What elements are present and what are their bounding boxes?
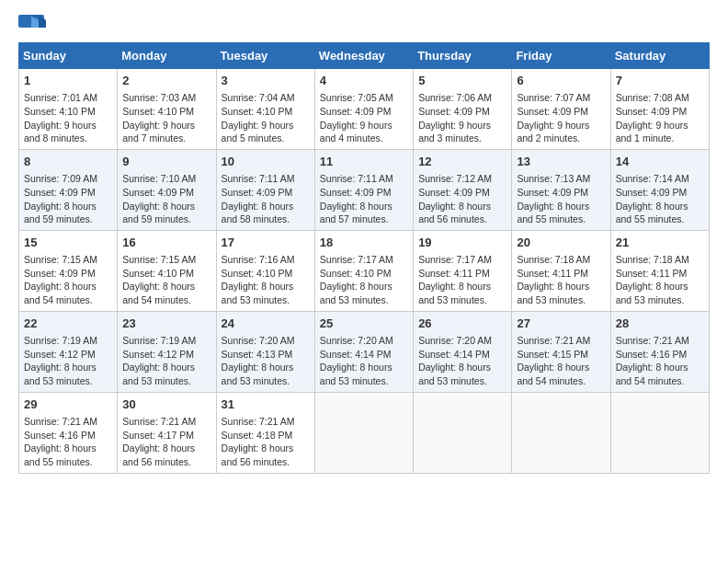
sunset-text: Sunset: 4:09 PM (418, 187, 490, 198)
daylight-text: Daylight: 8 hours and 53 minutes. (418, 281, 491, 305)
sunset-text: Sunset: 4:09 PM (24, 187, 96, 198)
daylight-text: Daylight: 8 hours and 56 minutes. (418, 201, 491, 225)
calendar-cell: 16Sunrise: 7:15 AMSunset: 4:10 PMDayligh… (118, 230, 216, 311)
calendar-cell (314, 392, 413, 473)
day-number: 10 (222, 154, 310, 170)
day-number: 7 (616, 73, 704, 89)
daylight-text: Daylight: 9 hours and 8 minutes. (24, 120, 97, 144)
sunset-text: Sunset: 4:09 PM (517, 187, 588, 198)
sunrise-text: Sunrise: 7:19 AM (122, 335, 196, 346)
sunrise-text: Sunrise: 7:04 AM (222, 92, 295, 103)
sunrise-text: Sunrise: 7:20 AM (418, 335, 492, 346)
daylight-text: Daylight: 8 hours and 55 minutes. (517, 201, 589, 225)
daylight-text: Daylight: 8 hours and 53 minutes. (418, 362, 491, 386)
sunset-text: Sunset: 4:09 PM (24, 268, 96, 279)
col-header-thursday: Thursday (414, 43, 512, 69)
sunset-text: Sunset: 4:09 PM (616, 106, 688, 117)
calendar-cell: 14Sunrise: 7:14 AMSunset: 4:09 PMDayligh… (610, 149, 709, 230)
sunrise-text: Sunrise: 7:01 AM (24, 92, 97, 103)
sunset-text: Sunset: 4:12 PM (122, 349, 194, 360)
day-number: 16 (122, 235, 210, 251)
calendar-cell: 8Sunrise: 7:09 AMSunset: 4:09 PMDaylight… (19, 149, 118, 230)
sunset-text: Sunset: 4:09 PM (616, 187, 688, 198)
day-number: 14 (616, 154, 704, 170)
daylight-text: Daylight: 8 hours and 54 minutes. (122, 281, 195, 305)
sunset-text: Sunset: 4:15 PM (517, 349, 588, 360)
sunset-text: Sunset: 4:10 PM (122, 268, 194, 279)
day-number: 13 (517, 154, 605, 170)
sunset-text: Sunset: 4:13 PM (222, 349, 293, 360)
sunrise-text: Sunrise: 7:21 AM (24, 416, 97, 427)
sunset-text: Sunset: 4:09 PM (517, 106, 588, 117)
col-header-monday: Monday (118, 43, 216, 69)
sunrise-text: Sunrise: 7:21 AM (122, 416, 196, 427)
day-number: 11 (320, 154, 408, 170)
sunset-text: Sunset: 4:14 PM (418, 349, 490, 360)
calendar-cell: 30Sunrise: 7:21 AMSunset: 4:17 PMDayligh… (118, 392, 216, 473)
calendar-cell: 23Sunrise: 7:19 AMSunset: 4:12 PMDayligh… (118, 311, 216, 392)
calendar-cell: 5Sunrise: 7:06 AMSunset: 4:09 PMDaylight… (414, 69, 512, 150)
calendar-cell: 29Sunrise: 7:21 AMSunset: 4:16 PMDayligh… (19, 392, 118, 473)
calendar-cell (414, 392, 512, 473)
sunset-text: Sunset: 4:18 PM (222, 430, 293, 441)
day-number: 28 (616, 316, 704, 332)
sunrise-text: Sunrise: 7:11 AM (222, 173, 295, 184)
day-number: 5 (418, 73, 506, 89)
sunset-text: Sunset: 4:16 PM (616, 349, 688, 360)
daylight-text: Daylight: 8 hours and 55 minutes. (616, 201, 688, 225)
day-number: 4 (320, 73, 408, 89)
daylight-text: Daylight: 9 hours and 5 minutes. (222, 120, 294, 144)
calendar-cell: 9Sunrise: 7:10 AMSunset: 4:09 PMDaylight… (118, 149, 216, 230)
day-number: 21 (616, 235, 704, 251)
col-header-saturday: Saturday (610, 43, 709, 69)
calendar-cell: 4Sunrise: 7:05 AMSunset: 4:09 PMDaylight… (314, 69, 413, 150)
daylight-text: Daylight: 8 hours and 53 minutes. (122, 362, 195, 386)
sunset-text: Sunset: 4:09 PM (122, 187, 194, 198)
sunset-text: Sunset: 4:09 PM (222, 187, 293, 198)
day-number: 20 (517, 235, 605, 251)
sunrise-text: Sunrise: 7:21 AM (616, 335, 689, 346)
calendar-week-row: 15Sunrise: 7:15 AMSunset: 4:09 PMDayligh… (19, 230, 710, 311)
calendar-cell: 17Sunrise: 7:16 AMSunset: 4:10 PMDayligh… (216, 230, 314, 311)
calendar-cell: 26Sunrise: 7:20 AMSunset: 4:14 PMDayligh… (414, 311, 512, 392)
col-header-sunday: Sunday (19, 43, 118, 69)
col-header-tuesday: Tuesday (216, 43, 314, 69)
calendar-cell: 19Sunrise: 7:17 AMSunset: 4:11 PMDayligh… (414, 230, 512, 311)
sunrise-text: Sunrise: 7:17 AM (320, 254, 393, 265)
calendar-cell: 7Sunrise: 7:08 AMSunset: 4:09 PMDaylight… (610, 69, 709, 150)
sunrise-text: Sunrise: 7:15 AM (122, 254, 196, 265)
day-number: 9 (122, 154, 210, 170)
sunrise-text: Sunrise: 7:03 AM (122, 92, 196, 103)
sunset-text: Sunset: 4:17 PM (122, 430, 194, 441)
day-number: 25 (320, 316, 408, 332)
day-number: 12 (418, 154, 506, 170)
calendar-week-row: 8Sunrise: 7:09 AMSunset: 4:09 PMDaylight… (19, 149, 710, 230)
sunset-text: Sunset: 4:10 PM (222, 268, 293, 279)
daylight-text: Daylight: 9 hours and 4 minutes. (320, 120, 392, 144)
calendar-week-row: 29Sunrise: 7:21 AMSunset: 4:16 PMDayligh… (19, 392, 710, 473)
sunset-text: Sunset: 4:16 PM (24, 430, 96, 441)
calendar-cell: 12Sunrise: 7:12 AMSunset: 4:09 PMDayligh… (414, 149, 512, 230)
sunset-text: Sunset: 4:10 PM (320, 268, 392, 279)
day-number: 24 (222, 316, 310, 332)
calendar-cell: 22Sunrise: 7:19 AMSunset: 4:12 PMDayligh… (19, 311, 118, 392)
sunrise-text: Sunrise: 7:09 AM (24, 173, 97, 184)
calendar-cell: 1Sunrise: 7:01 AMSunset: 4:10 PMDaylight… (19, 69, 118, 150)
sunrise-text: Sunrise: 7:10 AM (122, 173, 196, 184)
day-number: 6 (517, 73, 605, 89)
sunrise-text: Sunrise: 7:18 AM (517, 254, 590, 265)
calendar-week-row: 22Sunrise: 7:19 AMSunset: 4:12 PMDayligh… (19, 311, 710, 392)
calendar-cell: 3Sunrise: 7:04 AMSunset: 4:10 PMDaylight… (216, 69, 314, 150)
calendar-cell: 18Sunrise: 7:17 AMSunset: 4:10 PMDayligh… (314, 230, 413, 311)
calendar-cell: 2Sunrise: 7:03 AMSunset: 4:10 PMDaylight… (118, 69, 216, 150)
day-number: 17 (222, 235, 310, 251)
col-header-friday: Friday (512, 43, 610, 69)
daylight-text: Daylight: 8 hours and 56 minutes. (222, 442, 294, 467)
sunrise-text: Sunrise: 7:18 AM (616, 254, 689, 265)
daylight-text: Daylight: 9 hours and 2 minutes. (517, 120, 589, 144)
calendar-table: SundayMondayTuesdayWednesdayThursdayFrid… (18, 42, 710, 474)
page-header (18, 15, 710, 35)
sunset-text: Sunset: 4:09 PM (418, 106, 490, 117)
day-number: 15 (24, 235, 112, 251)
day-number: 23 (122, 316, 210, 332)
